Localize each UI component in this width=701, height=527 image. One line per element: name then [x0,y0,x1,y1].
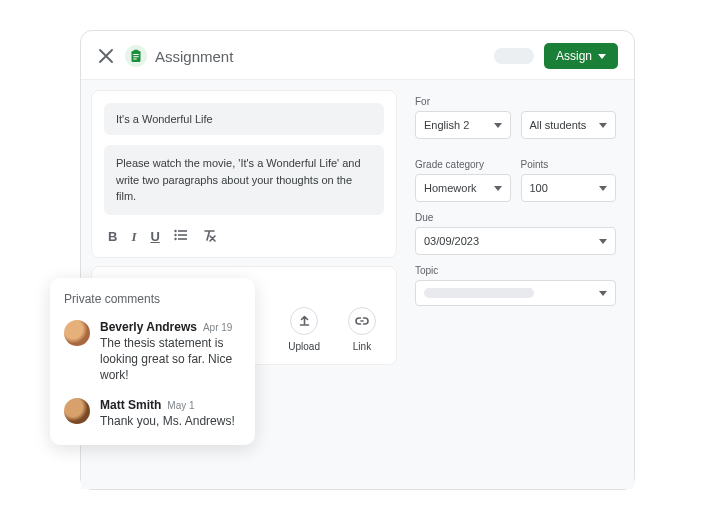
points-value: 100 [530,182,548,194]
topic-select[interactable] [415,280,616,306]
caret-down-icon [494,123,502,128]
due-date-value: 03/09/2023 [424,235,479,247]
italic-icon[interactable]: I [131,229,136,245]
students-select-value: All students [530,119,587,131]
comment-text: Thank you, Ms. Andrews! [100,413,241,429]
comment-author: Matt Smith [100,398,161,412]
due-label: Due [415,212,616,223]
editor-panel: It's a Wonderful Life Please watch the m… [91,90,397,258]
points-label: Points [521,159,617,170]
students-select[interactable]: All students [521,111,617,139]
topbar: Assignment Assign [81,31,634,80]
page-title: Assignment [155,48,233,65]
grade-category-value: Homework [424,182,477,194]
caret-down-icon [494,186,502,191]
link-button[interactable] [348,307,376,335]
instructions-field[interactable]: Please watch the movie, 'It's a Wonderfu… [104,145,384,215]
due-date-select[interactable]: 03/09/2023 [415,227,616,255]
svg-rect-11 [178,238,187,240]
caret-down-icon [599,291,607,296]
svg-rect-3 [133,54,139,55]
close-icon[interactable] [97,47,115,65]
avatar [64,320,90,346]
bold-icon[interactable]: B [108,229,117,244]
caret-down-icon [599,186,607,191]
comment-author: Beverly Andrews [100,320,197,334]
right-column: For English 2 All students Grade categor… [407,90,624,479]
attach-upload: Upload [288,307,320,352]
underline-icon[interactable]: U [150,229,159,244]
svg-point-6 [174,230,176,232]
topic-placeholder [424,288,534,298]
for-label: For [415,96,616,107]
upload-label: Upload [288,341,320,352]
svg-rect-7 [178,230,187,232]
format-toolbar: B I U [104,225,384,245]
avatar [64,398,90,424]
caret-down-icon [599,239,607,244]
saved-state-pill [494,48,534,64]
svg-point-10 [174,238,176,240]
comment-item: Beverly Andrews Apr 19 The thesis statem… [64,320,241,384]
link-label: Link [353,341,371,352]
bulleted-list-icon[interactable] [174,229,188,244]
grade-category-label: Grade category [415,159,511,170]
private-comments-title: Private comments [64,292,241,306]
svg-rect-9 [178,234,187,236]
private-comments-popup: Private comments Beverly Andrews Apr 19 … [50,278,255,445]
upload-button[interactable] [290,307,318,335]
assign-button-label: Assign [556,49,592,63]
svg-rect-5 [133,58,137,59]
caret-down-icon [598,54,606,59]
comment-date: May 1 [167,400,194,411]
points-select[interactable]: 100 [521,174,617,202]
grade-category-select[interactable]: Homework [415,174,511,202]
class-select-value: English 2 [424,119,469,131]
attach-link: Link [348,307,376,352]
comment-date: Apr 19 [203,322,232,333]
class-select[interactable]: English 2 [415,111,511,139]
assign-button[interactable]: Assign [544,43,618,69]
topic-label: Topic [415,265,616,276]
comment-item: Matt Smith May 1 Thank you, Ms. Andrews! [64,398,241,429]
assignment-icon [125,45,147,67]
comment-text: The thesis statement is looking great so… [100,335,241,384]
svg-point-8 [174,234,176,236]
svg-rect-2 [134,50,139,52]
caret-down-icon [599,123,607,128]
link-icon [355,316,369,326]
upload-icon [298,314,311,327]
svg-rect-4 [133,56,139,57]
title-field[interactable]: It's a Wonderful Life [104,103,384,135]
clear-formatting-icon[interactable] [202,229,216,245]
